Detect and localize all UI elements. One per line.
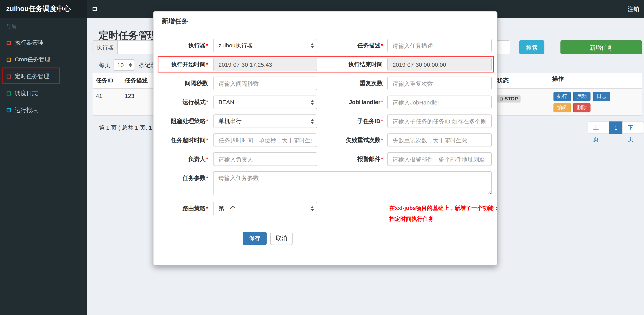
form-row: 执行器* zuihou执行器 任务描述* [154,39,497,52]
square-bullet-icon [6,74,11,78]
form-row: 阻塞处理策略* 单机串行 子任务ID* [154,115,497,128]
edit-button[interactable]: 编辑 [554,103,571,112]
job-param-label: 任务参数* [154,171,208,185]
interval-input[interactable] [213,77,317,90]
cell-job-id: 41 [93,89,122,115]
repeat-label: 重复次数 [317,77,383,90]
pagination: 上页 1 下页 [588,122,644,134]
delete-button[interactable]: 删除 [573,103,590,112]
interval-label: 间隔秒数 [154,77,208,90]
page-1-button[interactable]: 1 [609,122,623,134]
cell-actions: 执行启动日志 编辑删除 [551,89,642,115]
sidebar-item-timed-task-mgmt[interactable]: 定时任务管理 [0,68,87,85]
search-button[interactable]: 搜索 [519,41,544,54]
app-root: zuihou任务调度中心 注销 导航 执行器管理 Cron任务管理 定时任务管理… [0,0,644,315]
footer-divider [160,223,491,223]
status-badge: STOP [497,95,520,103]
modal-header: 新增任务 [154,12,497,31]
job-desc-input[interactable] [387,39,492,52]
col-header-job-id: 任务ID [93,73,122,88]
alarm-email-label: 报警邮件* [317,152,383,166]
add-job-button[interactable]: 新增任务 [560,41,642,54]
col-header-status: 状态 [494,73,551,88]
sidebar: 导航 执行器管理 Cron任务管理 定时任务管理 调度日志 运行报表 [0,18,87,315]
end-time-label: 执行结束时间 [317,58,383,71]
cancel-button[interactable]: 取消 [270,232,292,245]
select-stepper-icon [310,43,314,48]
owner-input[interactable] [213,152,317,166]
timeout-input[interactable] [213,133,317,147]
block-strategy-label: 阻塞处理策略* [154,115,208,128]
child-job-label: 子任务ID* [317,115,383,128]
child-job-input[interactable] [387,115,492,128]
page-title: 定时任务管理 [99,29,158,42]
job-param-textarea[interactable] [213,171,492,195]
select-stepper-icon [310,119,314,124]
brand-logo[interactable]: zuihou任务调度中心 [0,0,87,18]
executor-select[interactable]: zuihou执行器 [213,39,317,52]
executor-filter-label: 执行器 [93,41,118,54]
status-text: STOP [504,96,518,102]
form-row: 负责人* 报警邮件* [154,152,497,166]
square-bullet-icon [6,58,11,62]
form-row: 执行开始时间* 执行结束时间 [154,58,497,71]
square-bullet-icon [6,91,11,95]
modal-footer: 保存 取消 [243,232,292,245]
add-job-modal: 新增任务 执行器* zuihou执行器 任务描述* 执行开始时间* [153,11,498,265]
col-header-actions: 操作 [551,73,642,88]
modal-title: 新增任务 [162,18,188,25]
sidebar-header: 导航 [0,18,87,34]
start-button[interactable]: 启动 [573,92,590,101]
prev-page-button[interactable]: 上页 [588,122,609,134]
sidebar-item-label: Cron任务管理 [15,56,50,63]
sidebar-item-label: 定时任务管理 [15,73,50,80]
repeat-input[interactable] [387,77,492,90]
select-stepper-icon [129,63,132,67]
timeout-label: 任务超时时间* [154,133,208,147]
route-strategy-select[interactable]: 第一个 [213,202,317,215]
cell-status: STOP [494,89,551,115]
start-time-input[interactable] [213,58,317,71]
select-stepper-icon [310,100,314,105]
sidebar-toggle-icon[interactable] [93,7,97,11]
per-page-value: 10 [117,62,124,68]
next-page-button[interactable]: 下页 [622,122,644,134]
block-strategy-select[interactable]: 单机串行 [213,115,317,128]
executor-label: 执行器* [154,39,208,52]
job-handler-input[interactable] [387,96,492,109]
retry-input[interactable] [387,133,492,147]
sidebar-item-label: 执行器管理 [15,39,44,46]
sidebar-item-label: 运行报表 [15,106,38,114]
run-mode-label: 运行模式* [154,96,208,109]
form-row: 任务超时时间* 失败重试次数* [154,133,497,147]
square-bullet-icon [6,41,11,45]
form-row: 间隔秒数 重复次数 [154,77,497,90]
feature-note: 在xxl-jobs项目的基础上，新增了一个功能： 指定时间执行任务 [389,203,499,224]
stop-square-icon [500,97,503,100]
job-desc-label: 任务描述* [317,39,383,52]
per-page-select[interactable]: 10 [114,59,135,71]
logout-link[interactable]: 注销 [628,0,639,18]
owner-label: 负责人* [154,152,208,166]
sidebar-item-run-report[interactable]: 运行报表 [0,102,87,119]
retry-label: 失败重试次数* [317,133,383,147]
form-row: 运行模式* BEAN JobHandler* [154,96,497,109]
feature-note-line1: 在xxl-jobs项目的基础上，新增了一个功能： [389,203,499,214]
sidebar-item-label: 调度日志 [15,90,38,97]
save-button[interactable]: 保存 [243,232,266,245]
sidebar-item-executor-mgmt[interactable]: 执行器管理 [0,34,87,51]
per-page-label: 每页 [99,59,110,71]
log-button[interactable]: 日志 [593,92,610,101]
start-time-label: 执行开始时间* [154,58,208,71]
job-handler-label: JobHandler* [317,96,383,109]
route-strategy-label: 路由策略* [154,202,208,215]
run-button[interactable]: 执行 [554,92,571,101]
select-stepper-icon [310,206,314,211]
sidebar-item-cron-mgmt[interactable]: Cron任务管理 [0,51,87,68]
run-mode-select[interactable]: BEAN [213,96,317,109]
end-time-input[interactable] [387,58,492,71]
square-bullet-icon [6,108,11,112]
alarm-email-input[interactable] [387,152,492,166]
sidebar-item-schedule-log[interactable]: 调度日志 [0,85,87,102]
